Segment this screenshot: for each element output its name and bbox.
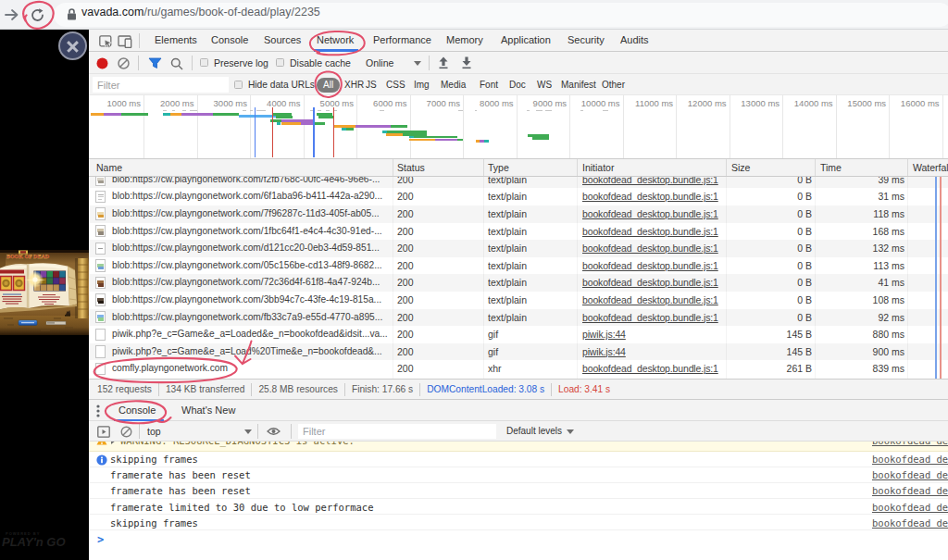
forward-icon[interactable] <box>5 8 19 21</box>
request-status: 200 <box>397 177 480 188</box>
request-initiator[interactable]: bookofdead_desktop.bundle.js:1 <box>582 223 723 241</box>
console-context-select[interactable]: top <box>147 421 161 442</box>
tab-elements[interactable]: Elements <box>155 30 197 51</box>
request-initiator[interactable]: piwik.js:44 <box>582 326 723 343</box>
tab-memory[interactable]: Memory <box>446 30 483 51</box>
filter-pill-ws[interactable]: WS <box>537 78 552 93</box>
tab-console[interactable]: Console <box>211 30 248 51</box>
request-status: 200 <box>397 223 480 241</box>
tab-audits[interactable]: Audits <box>620 30 649 51</box>
network-request-row[interactable]: blob:https://cw.playngonetwork.com/fb33c… <box>89 309 948 327</box>
request-name: blob:https://cw.playngonetwork.com/05c15… <box>112 257 392 275</box>
request-initiator[interactable]: bookofdead_desktop.bundle.js:1 <box>582 257 723 275</box>
network-request-row[interactable]: blob:https://cw.playngonetwork.com/7f962… <box>89 205 948 223</box>
refresh-icon[interactable] <box>31 8 44 22</box>
devtools-tabbar: ElementsConsoleSourcesNetworkPerformance… <box>89 30 948 52</box>
throttling-select[interactable]: Online <box>366 52 393 74</box>
network-filter-input[interactable] <box>93 77 229 93</box>
console-source-link[interactable]: bookofdead_desktop.bundle.js:1 <box>872 502 948 513</box>
request-initiator[interactable]: bookofdead_desktop.bundle.js:1 <box>582 274 723 292</box>
clear-console-icon[interactable] <box>120 426 132 438</box>
network-request-row[interactable]: blob:https://cw.playngonetwork.com/f2fb7… <box>89 177 948 188</box>
tab-application[interactable]: Application <box>501 30 551 51</box>
clear-icon[interactable] <box>118 57 130 69</box>
console-source-link[interactable]: bookofdead_desktop.bundle.js:1 <box>872 485 948 496</box>
filter-pill-font[interactable]: Font <box>480 78 498 93</box>
filter-pill-css[interactable]: CSS <box>386 78 405 93</box>
request-initiator[interactable]: bookofdead_desktop.bundle.js:1 <box>582 309 723 327</box>
console-source-link[interactable]: bookofdead_desktop.bundle.js:1 <box>872 442 948 446</box>
import-har-icon[interactable] <box>438 56 449 69</box>
request-initiator[interactable]: bookofdead_desktop.bundle.js:1 <box>582 188 723 205</box>
column-separator <box>726 159 727 177</box>
column-header-name[interactable]: Name <box>96 159 122 178</box>
network-request-row[interactable]: blob:https://cw.playngonetwork.com/d121c… <box>89 240 948 257</box>
console-source-link[interactable]: bookofdead_desktop.bundle.js:1 <box>872 469 948 480</box>
request-time: 39 ms <box>817 177 904 188</box>
request-initiator[interactable]: bookofdead_desktop.bundle.js:1 <box>582 360 723 378</box>
network-request-row[interactable]: blob:https://cw.playngonetwork.com/05c15… <box>89 257 948 275</box>
filter-pill-js[interactable]: JS <box>366 78 377 93</box>
column-header-time[interactable]: Time <box>820 159 842 178</box>
filter-pill-xhr[interactable]: XHR <box>344 78 364 93</box>
tab-sources[interactable]: Sources <box>264 30 301 51</box>
inspect-element-icon[interactable] <box>99 35 113 48</box>
network-request-row[interactable]: piwik.php?e_c=Game&e_a=Load%20Time&e_n=b… <box>89 343 948 361</box>
column-header-size[interactable]: Size <box>731 159 750 178</box>
disable-cache-checkbox[interactable] <box>276 58 284 67</box>
tab-performance[interactable]: Performance <box>373 30 431 51</box>
console-filter-input[interactable] <box>298 424 496 439</box>
network-request-row[interactable]: comfly.playngonetwork.com200xhrbookofdea… <box>89 360 948 378</box>
filter-icon[interactable] <box>148 57 162 69</box>
eye-icon[interactable] <box>267 426 281 437</box>
device-toolbar-icon[interactable] <box>118 35 132 48</box>
column-header-waterfall[interactable]: Waterfall <box>913 159 948 178</box>
column-separator <box>726 177 727 379</box>
console-messages: WARNING: RESOURCE_DIAGNOSTICS is active.… <box>89 442 948 560</box>
column-separator <box>815 159 816 177</box>
kebab-menu-icon[interactable] <box>96 404 100 417</box>
request-initiator[interactable]: bookofdead_desktop.bundle.js:1 <box>582 177 723 188</box>
filter-pill-doc[interactable]: Doc <box>509 78 526 93</box>
record-icon[interactable] <box>96 57 108 69</box>
console-source-link[interactable]: bookofdead_desktop.bundle.js:1 <box>872 454 948 465</box>
network-request-row[interactable]: blob:https://cw.playngonetwork.com/3bb94… <box>89 292 948 309</box>
network-overview-chart[interactable]: 1000 ms2000 ms3000 ms4000 ms5000 ms6000 … <box>89 95 948 159</box>
console-levels-select[interactable]: Default levels <box>506 421 562 442</box>
console-source-link[interactable]: bookofdead_desktop.bundle.js:1 <box>872 517 948 529</box>
request-initiator[interactable]: piwik.js:44 <box>582 343 723 361</box>
column-header-initiator[interactable]: Initiator <box>582 159 614 178</box>
summary-item: Load: 3.41 s <box>558 380 610 400</box>
filter-pill-media[interactable]: Media <box>441 78 466 93</box>
network-request-row[interactable]: blob:https://cw.playngonetwork.com/1fbc6… <box>89 223 948 241</box>
filter-pill-manifest[interactable]: Manifest <box>561 78 596 93</box>
filter-pill-all[interactable]: All <box>317 78 340 93</box>
filter-pill-img[interactable]: Img <box>414 78 430 93</box>
file-type-icon <box>95 293 106 306</box>
request-initiator[interactable]: bookofdead_desktop.bundle.js:1 <box>582 205 723 223</box>
hide-data-urls-checkbox[interactable] <box>234 81 243 89</box>
export-har-icon[interactable] <box>461 56 472 69</box>
preserve-log-checkbox[interactable] <box>200 58 208 67</box>
tab-network[interactable]: Network <box>317 30 354 51</box>
request-time: 839 ms <box>817 360 904 378</box>
search-icon[interactable] <box>170 57 183 70</box>
network-request-row[interactable]: blob:https://cw.playngonetwork.com/6f1ab… <box>89 188 948 205</box>
request-initiator[interactable]: bookofdead_desktop.bundle.js:1 <box>582 292 723 309</box>
network-request-row[interactable]: blob:https://cw.playngonetwork.com/72c36… <box>89 274 948 292</box>
console-sidebar-icon[interactable] <box>97 426 110 438</box>
close-game-button[interactable] <box>58 31 87 60</box>
overview-event-line-load2 <box>333 107 334 157</box>
request-initiator[interactable]: bookofdead_desktop.bundle.js:1 <box>582 240 723 257</box>
filter-pill-other[interactable]: Other <box>602 78 625 93</box>
browser-toolbar: vavada.com/ru/games/book-of-dead/play/22… <box>0 0 948 30</box>
column-header-type[interactable]: Type <box>488 159 509 178</box>
drawer-tabbar: Console What's New <box>89 399 948 421</box>
network-request-row[interactable]: piwik.php?e_c=Game&e_a=Loaded&e_n=bookof… <box>89 326 948 343</box>
console-prompt[interactable]: > <box>97 533 104 546</box>
tab-security[interactable]: Security <box>568 30 605 51</box>
drawer-tab-whats-new[interactable]: What's New <box>181 400 235 421</box>
request-status: 200 <box>397 292 480 309</box>
expand-triangle-icon[interactable] <box>111 442 116 444</box>
column-header-status[interactable]: Status <box>397 159 425 178</box>
